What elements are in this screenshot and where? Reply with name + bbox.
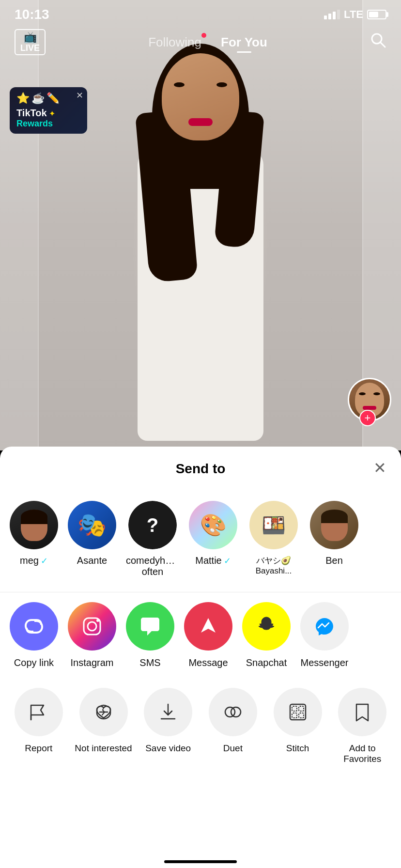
signal-bar-3 (333, 12, 336, 19)
signal-bar-4 (337, 10, 340, 19)
contact-asante[interactable]: 🎭 Asante (68, 501, 116, 577)
contact-avatar-bayashi: 🍱 (249, 501, 298, 549)
contact-bayashi[interactable]: 🍱 バヤシ🥑Bayashi... (247, 501, 300, 577)
rewards-title: TikTok ✦ (16, 108, 80, 119)
signal-bar-2 (328, 14, 331, 19)
stitch-icon (274, 688, 322, 736)
add-favorites-label: Add to Favorites (333, 743, 391, 764)
home-indicator (164, 860, 237, 863)
svg-rect-17 (299, 713, 304, 718)
report-icon (15, 688, 63, 736)
apps-row: Copy link Instagram SMS (0, 592, 401, 683)
rewards-icons: ⭐ ☕ ✏️ (16, 92, 80, 105)
rewards-close-button[interactable]: ✕ (76, 90, 83, 101)
battery-icon (367, 10, 386, 19)
app-message[interactable]: Message (184, 602, 232, 668)
star-icon: ⭐ (16, 92, 30, 105)
top-nav: 📺 LIVE Following For You (0, 29, 401, 55)
app-sms[interactable]: SMS (126, 602, 174, 668)
contact-name-ben: Ben (325, 555, 343, 566)
contact-avatar-meg (10, 501, 58, 549)
contact-comedyhere[interactable]: ? comedyhere often (126, 501, 179, 577)
contact-name-asante: Asante (77, 555, 107, 566)
contacts-row: meg ✓ 🎭 Asante ? comedyhere often (0, 486, 401, 592)
signal-bar-1 (324, 16, 327, 19)
contact-name-row-mattie: Mattie ✓ (195, 555, 231, 566)
snapchat-label: Snapchat (246, 657, 287, 668)
network-type: LTE (344, 8, 363, 21)
svg-rect-15 (299, 706, 304, 711)
app-snapchat[interactable]: Snapchat (242, 602, 291, 668)
contact-mattie[interactable]: 🎨 Mattie ✓ (189, 501, 237, 577)
svg-point-4 (96, 619, 99, 622)
live-button[interactable]: 📺 LIVE (15, 29, 46, 55)
app-messenger[interactable]: Messenger (300, 602, 349, 668)
contact-avatar-mattie: 🎨 (189, 501, 237, 549)
signal-strength (324, 10, 340, 19)
verified-mattie: ✓ (224, 556, 231, 566)
tab-following[interactable]: Following (148, 35, 201, 50)
snapchat-icon (242, 602, 291, 651)
svg-rect-16 (292, 713, 297, 718)
pencil-icon: ✏️ (46, 92, 60, 105)
message-label: Message (188, 657, 228, 668)
messenger-label: Messenger (301, 657, 349, 668)
actions-row: Report Not interested (0, 683, 401, 774)
sheet-header: Send to ✕ (0, 447, 401, 486)
rewards-badge[interactable]: ✕ ⭐ ☕ ✏️ TikTok ✦ Rewards (10, 87, 87, 134)
svg-point-3 (88, 622, 96, 631)
action-duet[interactable]: Duet (204, 688, 262, 764)
not-interested-label: Not interested (75, 743, 132, 754)
contact-name-comedy: comedyhere often (126, 555, 179, 577)
contact-avatar-comedy: ? (128, 501, 177, 549)
person-head (162, 53, 239, 140)
sms-label: SMS (139, 657, 160, 668)
not-interested-icon (79, 688, 128, 736)
svg-line-1 (380, 42, 385, 47)
messenger-icon (300, 602, 349, 651)
contact-avatar-asante: 🎭 (68, 501, 116, 549)
status-icons: LTE (324, 8, 386, 21)
battery-fill (369, 12, 378, 17)
rewards-subtitle: Rewards (16, 119, 80, 129)
message-icon (184, 602, 232, 651)
nav-tabs: Following For You (148, 35, 267, 50)
search-button[interactable] (370, 32, 386, 52)
copy-link-icon (10, 602, 58, 651)
instagram-label: Instagram (71, 657, 114, 668)
svg-rect-14 (292, 706, 297, 711)
action-save-video[interactable]: Save video (139, 688, 197, 764)
notification-dot (201, 33, 206, 38)
sheet-close-button[interactable]: ✕ (373, 459, 386, 477)
action-report[interactable]: Report (10, 688, 68, 764)
instagram-icon (68, 602, 116, 651)
tab-for-you[interactable]: For You (221, 35, 267, 50)
action-not-interested[interactable]: Not interested (75, 688, 133, 764)
unknown-avatar: ? (128, 501, 177, 549)
video-subject (79, 15, 322, 450)
contact-name-bayashi: バヤシ🥑Bayashi... (247, 555, 300, 576)
save-video-label: Save video (145, 743, 191, 754)
tv-icon: 📺 (24, 32, 37, 43)
svg-point-11 (225, 707, 235, 717)
contact-name-row-meg: meg ✓ (20, 555, 48, 566)
verified-meg: ✓ (41, 556, 48, 566)
svg-marker-5 (201, 618, 216, 633)
action-stitch[interactable]: Stitch (269, 688, 327, 764)
video-area: 10:13 LTE 📺 LIVE Following (0, 0, 401, 450)
app-instagram[interactable]: Instagram (68, 602, 116, 668)
contact-ben[interactable]: Ben (310, 501, 358, 577)
sms-icon (126, 602, 174, 651)
contact-meg[interactable]: meg ✓ (10, 501, 58, 577)
action-add-favorites[interactable]: Add to Favorites (333, 688, 391, 764)
svg-point-12 (231, 707, 241, 717)
add-favorites-icon (338, 688, 386, 736)
clock: 10:13 (15, 7, 49, 22)
report-label: Report (25, 743, 52, 754)
stitch-label: Stitch (286, 743, 309, 754)
coffee-icon: ☕ (31, 92, 45, 105)
sheet-title: Send to (176, 461, 226, 477)
app-copy-link[interactable]: Copy link (10, 602, 58, 668)
duet-icon (209, 688, 257, 736)
follow-button[interactable]: + (359, 410, 376, 426)
